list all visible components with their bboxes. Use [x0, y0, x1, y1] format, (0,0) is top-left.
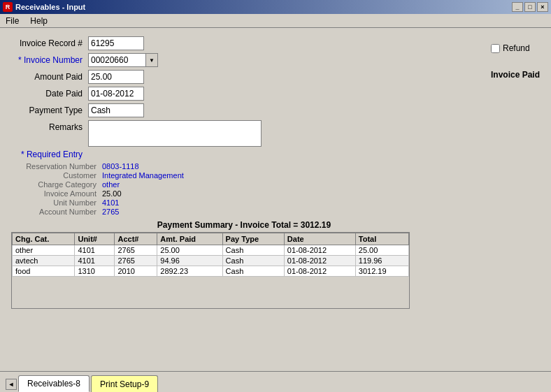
- menu-file[interactable]: File: [3, 15, 22, 27]
- payment-type-label: Payment Type: [11, 106, 88, 115]
- title-bar-left: R Receivables - Input: [3, 2, 85, 12]
- invoice-record-label: Invoice Record #: [11, 38, 88, 48]
- table-cell: other: [13, 245, 75, 256]
- account-number-value: 2765: [102, 208, 119, 216]
- table-cell: Cash: [222, 245, 284, 256]
- customer-label: Customer: [11, 171, 102, 180]
- table-body: other4101276525.00Cash01-08-201225.00avt…: [13, 245, 409, 277]
- payment-type-input[interactable]: [88, 103, 144, 117]
- summary-table: Chg. Cat. Unit# Acct# Amt. Paid Pay Type…: [12, 233, 409, 277]
- invoice-number-input[interactable]: [88, 53, 145, 67]
- table-cell: 2765: [115, 256, 157, 266]
- invoice-number-label: * Invoice Number: [11, 55, 88, 65]
- col-pay-type: Pay Type: [222, 233, 284, 245]
- table-cell: 4101: [75, 256, 115, 266]
- tab-print-setup[interactable]: Print Setup-9: [91, 375, 158, 392]
- remarks-label: Remarks: [11, 120, 88, 132]
- invoice-amount-row: Invoice Amount 25.00: [11, 189, 477, 198]
- invoice-amount-label: Invoice Amount: [11, 189, 102, 198]
- col-chg-cat: Chg. Cat.: [13, 233, 75, 245]
- date-paid-label: Date Paid: [11, 89, 88, 99]
- app-icon: R: [3, 2, 13, 12]
- table-cell: 2765: [115, 245, 157, 256]
- tab-receivables[interactable]: Receivables-8: [18, 375, 90, 392]
- table-row: other4101276525.00Cash01-08-201225.00: [13, 245, 409, 256]
- table-cell: 01-08-2012: [284, 245, 355, 256]
- table-cell: 25.00: [355, 245, 408, 256]
- minimize-button[interactable]: _: [512, 2, 523, 12]
- table-cell: 2892.23: [157, 266, 222, 277]
- unit-number-label: Unit Number: [11, 198, 102, 207]
- refund-row: Refund: [491, 43, 530, 53]
- table-cell: 1310: [75, 266, 115, 277]
- account-number-label: Account Number: [11, 208, 102, 216]
- title-controls[interactable]: _ □ ×: [512, 2, 548, 12]
- window-title: Receivables - Input: [15, 3, 85, 11]
- unit-number-value: 4101: [102, 198, 119, 207]
- invoice-number-dropdown[interactable]: ▼: [145, 53, 158, 67]
- required-entry-label: * Required Entry: [11, 150, 88, 159]
- maximize-button[interactable]: □: [524, 2, 536, 12]
- account-number-row: Account Number 2765: [11, 208, 477, 216]
- reservation-number-value: 0803-1118: [102, 162, 139, 170]
- invoice-number-row: * Invoice Number ▼: [11, 53, 477, 67]
- table-row: food131020102892.23Cash01-08-20123012.19: [13, 266, 409, 277]
- invoice-number-field: ▼: [88, 53, 158, 67]
- col-amt-paid: Amt. Paid: [157, 233, 222, 245]
- table-row: avtech4101276594.96Cash01-08-2012119.96: [13, 256, 409, 266]
- invoice-paid-label: Invoice Paid: [491, 70, 540, 80]
- form-left: Invoice Record # * Invoice Number ▼ Amou…: [11, 36, 477, 309]
- table-cell: 2010: [115, 266, 157, 277]
- charge-category-value: other: [102, 180, 120, 189]
- form-area: Invoice Record # * Invoice Number ▼ Amou…: [11, 36, 540, 309]
- table-cell: 01-08-2012: [284, 256, 355, 266]
- table-cell: 4101: [75, 245, 115, 256]
- table-cell: 25.00: [157, 245, 222, 256]
- customer-value: Integrated Management: [102, 171, 184, 180]
- remarks-row: Remarks: [11, 120, 477, 147]
- col-unit: Unit#: [75, 233, 115, 245]
- payment-summary-table[interactable]: Chg. Cat. Unit# Acct# Amt. Paid Pay Type…: [11, 232, 410, 309]
- close-button[interactable]: ×: [537, 2, 548, 12]
- reservation-number-label: Reservation Number: [11, 162, 102, 170]
- table-cell: 119.96: [355, 256, 408, 266]
- refund-label: Refund: [503, 43, 530, 53]
- table-cell: Cash: [222, 266, 284, 277]
- charge-category-label: Charge Category: [11, 180, 102, 189]
- table-cell: 3012.19: [355, 266, 408, 277]
- col-acct: Acct#: [115, 233, 157, 245]
- unit-number-row: Unit Number 4101: [11, 198, 477, 207]
- tab-print-setup-label: Print Setup-9: [100, 379, 149, 389]
- table-cell: Cash: [222, 256, 284, 266]
- refund-checkbox[interactable]: [491, 44, 500, 53]
- menu-help[interactable]: Help: [27, 15, 50, 27]
- amount-paid-input[interactable]: [88, 70, 144, 84]
- charge-category-row: Charge Category other: [11, 180, 477, 189]
- remarks-textarea[interactable]: [88, 120, 262, 147]
- invoice-paid-container: Invoice Paid: [491, 70, 540, 80]
- form-right: Refund Invoice Paid: [491, 36, 540, 309]
- amount-paid-row: Amount Paid: [11, 70, 477, 84]
- table-cell: avtech: [13, 256, 75, 266]
- invoice-amount-value: 25.00: [102, 189, 122, 198]
- info-section: Reservation Number 0803-1118 Customer In…: [11, 162, 477, 216]
- tab-nav-arrow[interactable]: ◄: [6, 379, 17, 390]
- payment-type-row: Payment Type: [11, 103, 477, 117]
- col-date: Date: [284, 233, 355, 245]
- invoice-record-input[interactable]: [88, 36, 144, 50]
- reservation-number-row: Reservation Number 0803-1118: [11, 162, 477, 170]
- date-paid-row: Date Paid: [11, 87, 477, 101]
- table-cell: food: [13, 266, 75, 277]
- menu-bar: File Help: [0, 14, 551, 28]
- tab-receivables-label: Receivables-8: [27, 379, 80, 389]
- table-header-row: Chg. Cat. Unit# Acct# Amt. Paid Pay Type…: [13, 233, 409, 245]
- summary-title: Payment Summary - Invoice Total = 3012.1…: [11, 220, 477, 230]
- table-cell: 94.96: [157, 256, 222, 266]
- tab-bar: ◄ Receivables-8 Print Setup-9: [0, 371, 551, 392]
- required-entry-row: * Required Entry: [11, 150, 477, 159]
- customer-row: Customer Integrated Management: [11, 171, 477, 180]
- table-cell: 01-08-2012: [284, 266, 355, 277]
- amount-paid-label: Amount Paid: [11, 72, 88, 82]
- date-paid-input[interactable]: [88, 87, 144, 101]
- col-total: Total: [355, 233, 408, 245]
